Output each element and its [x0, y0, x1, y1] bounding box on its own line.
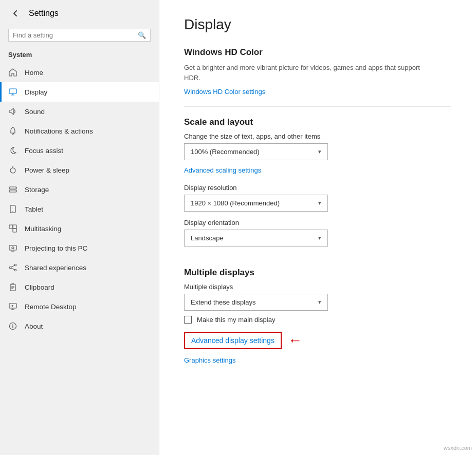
multiple-displays-label: Multiple displays: [184, 283, 451, 291]
back-button[interactable]: [8, 6, 23, 21]
sidebar-item-label: Shared experiences: [25, 264, 86, 272]
sidebar-item-power[interactable]: Power & sleep: [0, 160, 159, 180]
svg-rect-11: [9, 245, 16, 250]
orientation-dropdown[interactable]: Landscape ▾: [184, 230, 328, 247]
svg-point-19: [12, 324, 13, 325]
moon-icon: [8, 146, 17, 155]
resolution-label: Display resolution: [184, 184, 451, 192]
adv-scaling-link[interactable]: Advanced scaling settings: [184, 166, 261, 174]
orientation-dropdown-value: Landscape: [191, 234, 224, 242]
resolution-dropdown-value: 1920 × 1080 (Recommended): [191, 199, 280, 207]
scale-dropdown[interactable]: 100% (Recommended) ▾: [184, 143, 328, 160]
search-box[interactable]: 🔍: [8, 29, 151, 42]
sidebar-item-tablet[interactable]: Tablet: [0, 199, 159, 219]
sidebar-item-display[interactable]: Display: [0, 82, 159, 102]
home-icon: [8, 68, 17, 77]
main-display-checkbox-label: Make this my main display: [197, 316, 275, 324]
sidebar-item-label: Storage: [25, 186, 49, 194]
svg-rect-0: [9, 89, 16, 93]
multiple-displays-dropdown-value: Extend these displays: [191, 298, 255, 306]
tablet-icon: [8, 204, 17, 214]
sidebar-app-title: Settings: [29, 9, 59, 18]
sidebar-item-label: Tablet: [25, 205, 43, 213]
sidebar-item-label: About: [25, 323, 43, 330]
sidebar-item-label: Projecting to this PC: [25, 244, 87, 252]
hd-color-section: Windows HD Color Get a brighter and more…: [184, 47, 451, 96]
storage-icon: [8, 185, 17, 194]
sidebar-item-label: Multitasking: [25, 225, 61, 233]
hd-color-desc: Get a brighter and more vibrant picture …: [184, 63, 431, 83]
chevron-down-icon: ▾: [318, 235, 321, 241]
hd-color-link[interactable]: Windows HD Color settings: [184, 88, 265, 96]
adv-display-highlight: Advanced display settings: [184, 332, 282, 349]
divider-1: [184, 106, 451, 107]
chevron-down-icon: ▾: [318, 299, 321, 306]
search-input[interactable]: [13, 31, 138, 39]
system-section-label: System: [0, 48, 159, 63]
chevron-down-icon: ▾: [318, 200, 321, 206]
sidebar-item-notifications[interactable]: Notifications & actions: [0, 121, 159, 141]
sidebar-item-label: Notifications & actions: [25, 127, 93, 135]
sidebar-item-focus[interactable]: Focus assist: [0, 141, 159, 160]
svg-point-7: [12, 211, 13, 212]
orientation-label: Display orientation: [184, 219, 451, 226]
scale-layout-section: Scale and layout Change the size of text…: [184, 117, 451, 247]
svg-rect-9: [13, 229, 16, 232]
adv-display-link[interactable]: Advanced display settings: [191, 336, 274, 345]
sidebar-item-label: Focus assist: [25, 147, 63, 155]
svg-point-14: [9, 267, 11, 269]
svg-point-1: [10, 168, 15, 173]
svg-point-5: [15, 191, 15, 191]
sidebar-item-about[interactable]: About: [0, 316, 159, 336]
sidebar-item-sound[interactable]: Sound: [0, 102, 159, 121]
red-arrow-indicator: ←: [288, 332, 302, 349]
svg-rect-8: [9, 225, 13, 229]
project-icon: [8, 243, 17, 253]
multitask-icon: [8, 224, 17, 233]
divider-2: [184, 257, 451, 257]
svg-point-15: [14, 269, 16, 271]
multiple-displays-title: Multiple displays: [184, 268, 451, 278]
multiple-displays-section: Multiple displays Multiple displays Exte…: [184, 268, 451, 365]
hd-color-title: Windows HD Color: [184, 47, 451, 58]
svg-point-4: [15, 187, 15, 188]
bell-icon: [8, 126, 17, 136]
adv-display-row: Advanced display settings ←: [184, 332, 451, 349]
sidebar-item-projecting[interactable]: Projecting to this PC: [0, 238, 159, 258]
sidebar-header: Settings: [0, 0, 159, 27]
sidebar-item-storage[interactable]: Storage: [0, 180, 159, 199]
chevron-down-icon: ▾: [318, 148, 321, 155]
display-icon: [8, 87, 17, 97]
remote-icon: [8, 302, 17, 311]
search-icon: 🔍: [138, 31, 146, 39]
svg-point-12: [12, 247, 14, 249]
info-icon: [8, 321, 17, 331]
main-content: Display Windows HD Color Get a brighter …: [159, 0, 476, 455]
sidebar-item-label: Home: [25, 69, 43, 77]
sidebar-item-multitasking[interactable]: Multitasking: [0, 219, 159, 238]
sidebar-item-label: Remote Desktop: [25, 303, 77, 311]
main-display-checkbox[interactable]: [184, 316, 192, 324]
power-icon: [8, 165, 17, 175]
scale-layout-title: Scale and layout: [184, 117, 451, 127]
svg-rect-10: [13, 225, 16, 229]
sidebar-item-label: Sound: [25, 108, 45, 116]
sidebar-item-remote[interactable]: Remote Desktop: [0, 297, 159, 316]
sidebar-item-home[interactable]: Home: [0, 63, 159, 82]
sound-icon: [8, 107, 17, 116]
main-display-checkbox-row: Make this my main display: [184, 316, 451, 324]
change-size-label: Change the size of text, apps, and other…: [184, 132, 451, 140]
scale-dropdown-value: 100% (Recommended): [191, 148, 260, 156]
sidebar-item-shared[interactable]: Shared experiences: [0, 258, 159, 277]
resolution-dropdown[interactable]: 1920 × 1080 (Recommended) ▾: [184, 195, 328, 212]
watermark: wsxdn.com: [444, 445, 472, 451]
graphics-settings-link[interactable]: Graphics settings: [184, 356, 235, 364]
share-icon: [8, 263, 17, 272]
sidebar-item-label: Display: [25, 88, 47, 96]
sidebar-item-clipboard[interactable]: Clipboard: [0, 277, 159, 297]
page-title: Display: [184, 16, 451, 33]
sidebar-item-label: Power & sleep: [25, 166, 69, 174]
multiple-displays-dropdown[interactable]: Extend these displays ▾: [184, 294, 328, 311]
svg-point-13: [14, 264, 16, 266]
clipboard-icon: [8, 282, 17, 292]
